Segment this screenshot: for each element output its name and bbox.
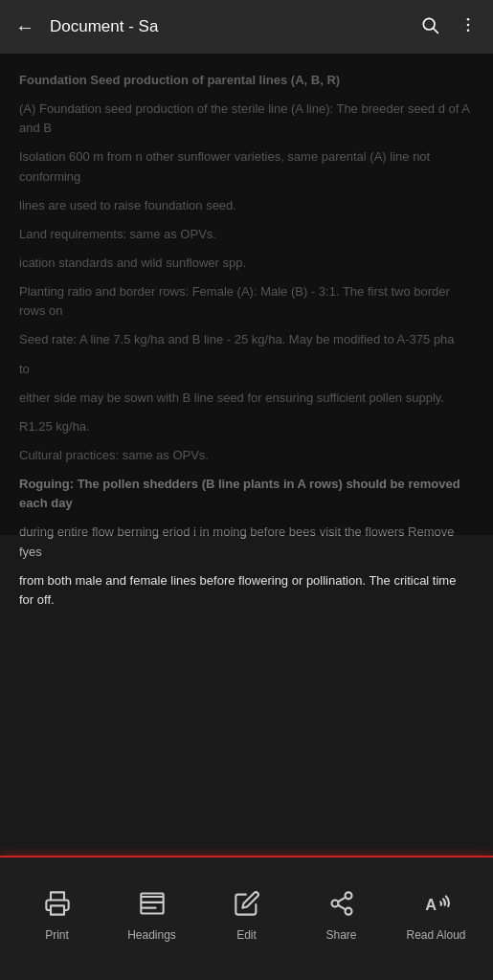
text-block-4: lines are used to raise foundation seed. <box>19 196 474 215</box>
text-block-3: Isolation 600 m from n other sunflower v… <box>19 147 474 186</box>
readaloud-label: Read Aloud <box>406 928 465 942</box>
readaloud-icon: A <box>419 886 454 921</box>
svg-text:A: A <box>425 896 437 913</box>
svg-point-2 <box>467 17 470 20</box>
svg-line-13 <box>338 905 346 910</box>
text-block-13: Roguing: The pollen shedders (B line pla… <box>19 475 474 513</box>
top-bar-left: ← Document - Sa <box>15 16 158 38</box>
bottom-toolbar: Print Headings Edit <box>0 856 493 980</box>
document-title: Document - Sa <box>50 17 158 36</box>
svg-rect-5 <box>51 905 64 914</box>
text-block-7: Planting ratio and border rows: Female (… <box>19 282 474 321</box>
print-label: Print <box>45 928 69 942</box>
search-icon[interactable] <box>420 15 439 39</box>
readaloud-toolbar-item[interactable]: A Read Aloud <box>403 886 470 942</box>
text-block-5: Land requirements: same as OPVs. <box>19 225 474 244</box>
text-block-15: from both male and female lines before f… <box>19 571 474 610</box>
headings-label: Headings <box>127 928 176 942</box>
share-icon <box>325 886 359 921</box>
svg-point-4 <box>467 29 470 32</box>
text-block-6: ication standards and wild sunflower spp… <box>19 254 474 273</box>
text-block-2: (A) Foundation seed production of the st… <box>19 100 474 138</box>
edit-icon <box>230 886 264 921</box>
text-block-12: Cultural practices: same as OPVs. <box>19 446 474 465</box>
more-options-icon[interactable] <box>459 15 478 39</box>
top-bar: ← Document - Sa <box>0 0 493 54</box>
text-block-10: either side may be sown with B line seed… <box>19 389 474 408</box>
svg-line-1 <box>434 28 438 33</box>
text-block-8: Seed rate: A line 7.5 kg/ha and B line -… <box>19 330 474 349</box>
print-toolbar-item[interactable]: Print <box>24 886 91 942</box>
document-content: Foundation Seed production of parental l… <box>0 54 493 856</box>
top-bar-right <box>420 15 478 39</box>
edit-toolbar-item[interactable]: Edit <box>213 886 280 942</box>
text-block-11: R1.25 kg/ha. <box>19 417 474 436</box>
svg-point-3 <box>467 23 470 26</box>
headings-icon <box>135 886 169 921</box>
edit-label: Edit <box>236 928 257 942</box>
share-toolbar-item[interactable]: Share <box>308 886 375 942</box>
text-block-9: to <box>19 360 474 379</box>
headings-toolbar-item[interactable]: Headings <box>119 886 186 942</box>
text-block-14: during entire flow berning eriod i in mo… <box>19 523 474 561</box>
print-icon <box>40 886 75 921</box>
text-block-1: Foundation Seed production of parental l… <box>19 71 474 90</box>
share-label: Share <box>325 928 356 942</box>
back-button[interactable]: ← <box>15 16 34 38</box>
svg-line-14 <box>338 898 346 902</box>
